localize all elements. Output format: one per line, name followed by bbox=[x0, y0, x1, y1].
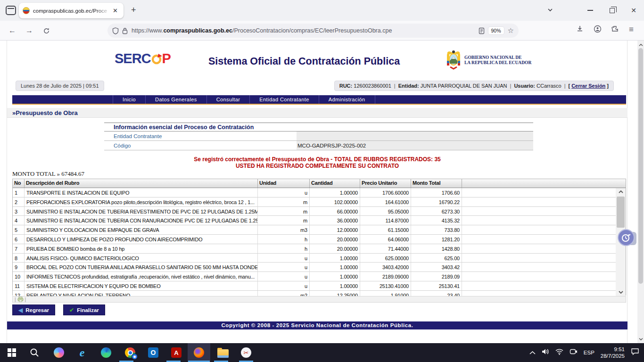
table-row[interactable]: 8 ANALISIS FISICO- QUIMICO BACTERIOLOGIC… bbox=[13, 254, 616, 263]
gov-text-line1: GOBIERNO NACIONAL DE bbox=[464, 55, 531, 60]
desktop: compraspublicas.gob.ec/Proce ✕ + ✕ ← → h… bbox=[0, 0, 644, 362]
table-row[interactable]: 10 INFORMES TECNICOS profundidad, estrat… bbox=[13, 272, 616, 281]
outlook-icon[interactable]: O bbox=[148, 347, 159, 358]
firefox-icon[interactable] bbox=[193, 347, 205, 358]
table-row[interactable]: 4 SUMINISTRO E INSTALACION DE TUBERIA CO… bbox=[13, 216, 616, 225]
window-restore-button[interactable] bbox=[605, 5, 619, 16]
scroll-up-icon[interactable] bbox=[616, 188, 626, 196]
page-scroll-up-icon[interactable] bbox=[637, 41, 644, 48]
monto-total: MONTO TOTAL » 67484.67 bbox=[12, 170, 84, 178]
address-bar[interactable]: https://www.compraspublicas.gob.ec/Proce… bbox=[107, 24, 519, 38]
main-menu: InicioDatos GeneralesConsultarEntidad Co… bbox=[12, 95, 626, 105]
table-row[interactable]: 3 SUMINISTRO E INSTALACION DE TUBERIA RE… bbox=[13, 207, 616, 216]
finalizar-button[interactable]: ✔ Finalizar bbox=[63, 304, 105, 315]
bookmark-star-icon[interactable]: ☆ bbox=[508, 26, 514, 35]
col-header-descripcion: Descripción del Rubro bbox=[25, 179, 258, 188]
browser-tab[interactable]: compraspublicas.gob.ec/Proce ✕ bbox=[19, 3, 124, 18]
logout-link[interactable]: Cerrar Sesión bbox=[571, 83, 605, 89]
wifi-icon[interactable] bbox=[555, 348, 563, 357]
info-value: MCO-GADPRSJP-2025-002 bbox=[297, 141, 533, 150]
menu-item[interactable]: Consultar bbox=[207, 95, 250, 104]
clock-widget-icon[interactable] bbox=[618, 229, 635, 246]
page-scrollbar-thumb[interactable] bbox=[638, 48, 643, 284]
table-row[interactable]: 11 SISTEMA DE ELECTRIFICACION Y EQUIPO D… bbox=[13, 281, 616, 291]
table-scrollbar-thumb[interactable] bbox=[617, 197, 625, 228]
snipping-tool-icon[interactable]: ✂ bbox=[240, 347, 252, 358]
shield-icon[interactable] bbox=[112, 27, 119, 34]
extensions-icon[interactable] bbox=[611, 25, 619, 33]
tab-title: compraspublicas.gob.ec/Proce bbox=[33, 8, 111, 14]
page-scroll-down-icon[interactable] bbox=[637, 336, 644, 342]
url-text: https://www.compraspublicas.gob.ec/Proce… bbox=[132, 27, 479, 34]
forward-button[interactable]: → bbox=[23, 25, 36, 37]
status-message: Se registró correctamente el Presupuesto… bbox=[7, 156, 627, 169]
action-buttons: ◀ Regresar ✔ Finalizar bbox=[12, 304, 105, 315]
info-row-entidad: Entidad Contratante bbox=[104, 132, 533, 141]
language-indicator[interactable]: ESP bbox=[584, 350, 594, 355]
tab-close-icon[interactable]: ✕ bbox=[111, 6, 120, 15]
info-value bbox=[297, 132, 533, 140]
menu-item[interactable]: Entidad Contratante bbox=[250, 95, 319, 104]
ruc-value: 1260023860001 bbox=[354, 83, 391, 89]
info-row-codigo: Código MCO-GADPRSJP-2025-002 bbox=[104, 141, 533, 150]
start-button[interactable] bbox=[6, 347, 17, 358]
site-footer: Copyright © 2008 - 2025 Servicio Naciona… bbox=[7, 321, 627, 329]
window-close-button[interactable]: ✕ bbox=[627, 5, 641, 16]
col-header-cantidad: Cantidad bbox=[310, 179, 360, 188]
table-row[interactable]: 1 TRANSPORTE E INSTALACION DE EQUIPO u 1… bbox=[13, 188, 616, 197]
file-explorer-icon[interactable] bbox=[217, 347, 229, 358]
lock-icon[interactable] bbox=[122, 27, 128, 34]
copilot-icon[interactable] bbox=[53, 347, 65, 358]
table-row[interactable]: 7 PRUEBA DE BOMBEO bomba de 8 a 10 hp h … bbox=[13, 244, 616, 254]
list-tabs-chevron-icon[interactable] bbox=[547, 7, 553, 13]
page-viewport: SERCP Sistema Oficial de Contratación Pú… bbox=[0, 41, 637, 343]
window-minimize-button[interactable] bbox=[583, 5, 597, 16]
chrome-icon[interactable]: ◉ bbox=[124, 347, 136, 358]
clock-widget-overlay[interactable] bbox=[618, 229, 636, 247]
table-row[interactable]: 12 REPLANTEO Y NIVELACION DEL TERRENO m2… bbox=[13, 291, 616, 296]
clock[interactable]: 9:51 28/7/2025 bbox=[601, 346, 625, 359]
browser-tabstrip: compraspublicas.gob.ec/Proce ✕ + ✕ bbox=[0, 0, 644, 21]
table-row[interactable]: 6 DESARROLLO Y LIMPIEZA DE POZO PROFUNDO… bbox=[13, 235, 616, 244]
reload-button[interactable] bbox=[40, 25, 53, 37]
info-section-title: Información esencial del Proceso de Cont… bbox=[104, 123, 533, 132]
menu-item[interactable]: Administración bbox=[319, 95, 375, 104]
downloads-icon[interactable] bbox=[576, 25, 584, 33]
edge-icon[interactable] bbox=[100, 347, 112, 358]
account-icon[interactable] bbox=[594, 25, 602, 33]
chrome-profile-badge: ◉ bbox=[132, 354, 138, 360]
col-header-precio-unitario: Precio Unitario bbox=[360, 179, 411, 188]
menu-item[interactable]: Inicio bbox=[113, 95, 146, 104]
acrobat-icon[interactable]: A bbox=[171, 347, 182, 358]
gov-logo: GOBIERNO NACIONAL DELA REPUBLICA DEL ECU… bbox=[446, 50, 531, 71]
regresar-button[interactable]: ◀ Regresar bbox=[12, 304, 55, 315]
gov-text-line2: LA REPUBLICA DEL ECUADOR bbox=[464, 60, 531, 66]
status-message-line2: USTED HA REGISTRADO COMPLETAMENTE SU CON… bbox=[7, 163, 627, 169]
table-row[interactable]: 9 BROCAL DEL POZO CON TUBERIA ANILLADA P… bbox=[13, 263, 616, 272]
scroll-down-icon[interactable] bbox=[616, 288, 626, 296]
meet-now-icon[interactable] bbox=[570, 348, 578, 357]
menu-hamburger-icon[interactable]: ≡ bbox=[629, 25, 634, 34]
process-info-table: Información esencial del Proceso de Cont… bbox=[104, 123, 533, 150]
new-tab-button[interactable]: + bbox=[131, 5, 136, 15]
page-scrollbar[interactable] bbox=[637, 41, 644, 343]
site-favicon-icon bbox=[23, 7, 30, 14]
usuario-label: Usuario: bbox=[514, 83, 535, 89]
zoom-level-badge[interactable]: 90% bbox=[488, 27, 504, 34]
volume-icon[interactable] bbox=[542, 348, 549, 357]
menu-item[interactable]: Datos Generales bbox=[146, 95, 207, 104]
internet-explorer-icon[interactable]: e bbox=[76, 347, 88, 358]
print-icon[interactable] bbox=[17, 296, 24, 302]
table-body: 1 TRANSPORTE E INSTALACION DE EQUIPO u 1… bbox=[13, 188, 616, 296]
reader-mode-icon[interactable] bbox=[479, 27, 485, 34]
tray-chevron-icon[interactable] bbox=[529, 348, 536, 357]
search-icon[interactable] bbox=[29, 347, 40, 358]
back-button[interactable]: ← bbox=[6, 25, 19, 37]
table-row[interactable]: 2 PERFORACIONES EXPLORATORIA pozo piloto… bbox=[13, 197, 616, 207]
table-header-row: No Descripción del Rubro Unidad Cantidad… bbox=[13, 179, 626, 188]
firefox-view-icon[interactable] bbox=[6, 6, 16, 15]
table-row[interactable]: 5 SUMINISTRO Y COLOCACION DE EMPAQUE DE … bbox=[13, 225, 616, 235]
notification-center-icon[interactable] bbox=[631, 348, 639, 357]
ecuador-coat-of-arms-icon bbox=[446, 50, 462, 71]
sercop-site: SERCP Sistema Oficial de Contratación Pú… bbox=[7, 41, 627, 343]
